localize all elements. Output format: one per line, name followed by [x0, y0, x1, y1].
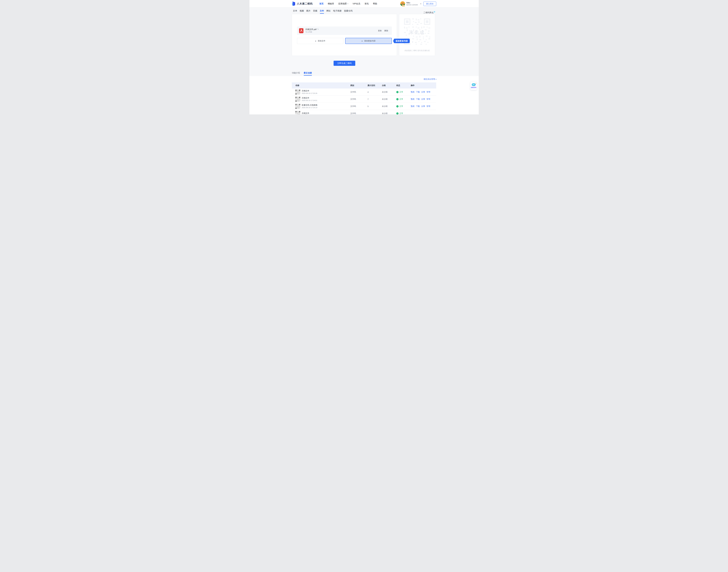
row-name: 示例文件: [302, 90, 317, 92]
col-group: 分组: [382, 84, 396, 87]
download-link[interactable]: 下载: [416, 91, 420, 93]
qr-thumbnail: [295, 104, 300, 109]
qr-thumbnail: [295, 111, 300, 115]
col-name: 名称: [295, 84, 350, 87]
row-visits: 4: [367, 91, 382, 93]
share-link[interactable]: 分享: [421, 98, 425, 100]
status-check-icon: ✓: [396, 113, 398, 115]
tab-feature-intro[interactable]: 功能介绍: [292, 72, 300, 76]
col-actions: 操作: [411, 84, 436, 87]
preview-link[interactable]: 预览: [411, 98, 415, 100]
share-link[interactable]: 分享: [421, 91, 425, 93]
add-file-button[interactable]: + 添加文件: [297, 38, 343, 44]
chat-robot-icon: [472, 83, 476, 86]
page: 八木屋二维码 首页 模板库 应用场景∨ VIP会员 资讯 帮助 VIP Niko…: [249, 0, 479, 115]
nav-templates[interactable]: 模板库: [328, 2, 334, 5]
chat-label: 在线咨询: [471, 87, 477, 88]
manage-link[interactable]: 管理: [427, 91, 430, 93]
row-visits: 7: [367, 98, 382, 100]
recent-table: 名称 类别 累计访问 分组 状态 操作 示例文件 2025-09-19 17:2…: [292, 82, 436, 115]
row-created-time: 2025-09-19 17:24:19: [302, 106, 317, 109]
avatar-face: [402, 3, 404, 5]
qr-preview-card: 未生成 此处预览二维码 请先在左侧生成: [399, 14, 435, 56]
file-generator-card: 示例文件.pdf✎ 72.17KB 更换 删除 + 添加文件 +: [292, 14, 397, 56]
share-link[interactable]: 分享: [421, 105, 425, 108]
tab-image[interactable]: 图片: [306, 9, 310, 14]
tab-text[interactable]: 文本: [293, 9, 297, 14]
qr-preview-hint: 此处预览二维码 请先在左侧生成: [399, 49, 435, 52]
add-more-tooltip: 添加更多内容: [394, 39, 410, 43]
qr-watermark: 未生成: [399, 29, 435, 35]
status-check-icon: ✓: [396, 98, 398, 100]
double-chevron-right-icon: »: [435, 78, 436, 80]
nav-news[interactable]: 资讯: [364, 2, 369, 5]
row-visits: 5: [367, 105, 382, 108]
tab-ebook[interactable]: 电子画册: [333, 9, 342, 14]
table-header: 名称 类别 累计访问 分组 状态 操作: [292, 82, 436, 88]
col-category: 类别: [350, 84, 367, 87]
logo-text: 八木屋二维码: [297, 2, 313, 5]
delete-file-link[interactable]: 删除: [384, 29, 388, 32]
col-status: 状态: [396, 84, 411, 87]
row-created-time: 2025-09-19 17:25:26: [302, 92, 317, 94]
qr-beautify-link[interactable]: 二维码美化AI: [423, 11, 435, 14]
status-check-icon: ✓: [396, 105, 398, 108]
enter-backend-button[interactable]: 进入后台: [423, 2, 436, 6]
download-link[interactable]: 下载: [416, 98, 420, 100]
row-category: 文件码: [350, 112, 367, 115]
brand-logo[interactable]: 八木屋二维码: [292, 1, 313, 6]
tab-batch[interactable]: 批量生码: [344, 9, 353, 14]
tab-file[interactable]: 文件: [320, 9, 324, 14]
plus-icon: +: [362, 40, 363, 42]
row-category: 文件码: [350, 98, 367, 100]
nav-home[interactable]: 首页: [319, 2, 323, 5]
sparkle-icon: [475, 84, 476, 85]
status-text: 正常: [399, 91, 403, 93]
table-row: 示例文件 2025-09-19 17:25:26 文件码 4 未分组 ✓正常 预…: [292, 88, 436, 96]
chevron-down-icon: ∨: [347, 3, 348, 4]
qr-thumbnail: [295, 97, 300, 101]
row-group: 未分组: [382, 112, 396, 115]
sparkle-icon: [476, 83, 476, 84]
logo-icon: [292, 1, 296, 6]
manage-link[interactable]: 管理: [427, 105, 430, 108]
goto-backend-manage-link[interactable]: 前往后台管理 »: [424, 78, 436, 80]
uploaded-file-item: 示例文件.pdf✎ 72.17KB 更换 删除: [297, 26, 392, 35]
add-more-content-button[interactable]: + 添加更多内容 添加更多内容: [345, 38, 392, 44]
nav-help[interactable]: 帮助: [373, 2, 377, 5]
table-row: 示例文件 文件码 未分组 ✓正常: [292, 110, 436, 115]
file-name: 示例文件.pdf: [305, 28, 316, 31]
user-org-id: 组织ID:1329284: [407, 4, 418, 6]
tab-audio[interactable]: 音频: [313, 9, 317, 14]
top-header: 八木屋二维码 首页 模板库 应用场景∨ VIP会员 资讯 帮助 VIP Niko…: [249, 0, 479, 7]
online-chat-widget[interactable]: 在线咨询: [470, 82, 477, 90]
ai-badge: AI: [434, 11, 435, 13]
row-category: 文件码: [350, 91, 367, 93]
generate-qr-button[interactable]: 立即生成二维码: [334, 61, 355, 66]
row-name: 示例文件: [302, 112, 309, 115]
main-nav: 首页 模板库 应用场景∨ VIP会员 资讯 帮助: [319, 2, 377, 5]
row-group: 未分组: [382, 98, 396, 100]
nav-scenarios[interactable]: 应用场景∨: [338, 2, 348, 5]
user-name: Niko: [407, 2, 418, 4]
avatar[interactable]: VIP: [400, 1, 405, 6]
tab-video[interactable]: 视频: [300, 9, 304, 14]
user-info: Niko 组织ID:1329284: [407, 2, 418, 6]
user-area: VIP Niko 组织ID:1329284 ∧ 进入后台: [400, 1, 436, 6]
row-category: 文件码: [350, 105, 367, 108]
manage-link[interactable]: 管理: [427, 98, 430, 100]
status-text: 正常: [399, 105, 403, 108]
row-created-time: 2025-09-19 17:24:51: [302, 99, 317, 101]
tab-recent-created[interactable]: 最近创建: [304, 72, 312, 76]
download-link[interactable]: 下载: [416, 105, 420, 108]
tab-url[interactable]: 网址: [326, 9, 331, 14]
section-tabs: 功能介绍 最近创建: [292, 72, 436, 76]
replace-file-link[interactable]: 更换: [378, 29, 382, 32]
edit-pencil-icon[interactable]: ✎: [317, 28, 319, 30]
preview-link[interactable]: 预览: [411, 91, 415, 93]
qr-thumbnail: [295, 90, 300, 94]
nav-vip[interactable]: VIP会员: [353, 2, 360, 5]
preview-link[interactable]: 预览: [411, 105, 415, 108]
file-size: 72.17KB: [305, 31, 319, 33]
chevron-up-icon[interactable]: ∧: [420, 3, 421, 5]
